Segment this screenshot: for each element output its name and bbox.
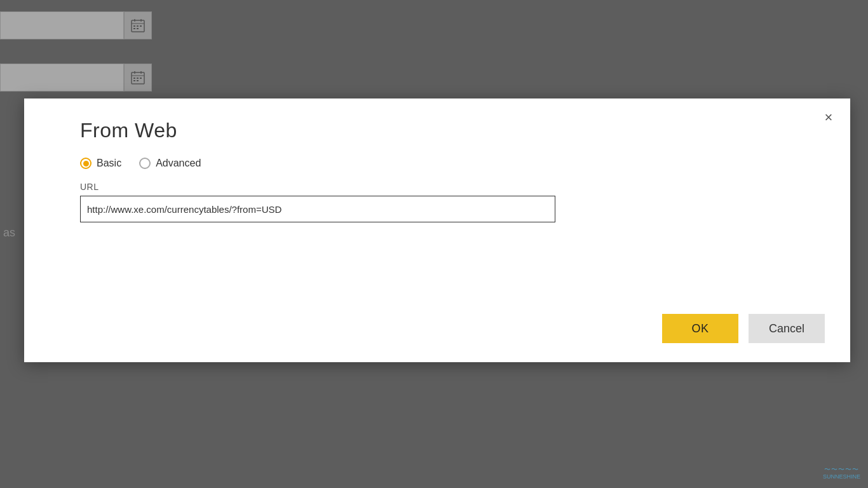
dialog-body: Basic Advanced URL	[24, 142, 850, 222]
dialog-title: From Web	[24, 98, 850, 142]
url-input[interactable]	[80, 196, 555, 222]
watermark-text: SUNNESHINE	[823, 473, 860, 480]
radio-circle-advanced	[139, 158, 151, 169]
radio-group: Basic Advanced	[80, 158, 825, 169]
ok-button[interactable]: OK	[662, 314, 738, 343]
radio-label-advanced: Advanced	[156, 158, 201, 169]
radio-circle-basic	[80, 158, 92, 169]
close-button[interactable]: ×	[820, 109, 837, 126]
radio-advanced[interactable]: Advanced	[139, 158, 201, 169]
cancel-button[interactable]: Cancel	[749, 314, 825, 343]
radio-label-basic: Basic	[97, 158, 121, 169]
dialog-footer: OK Cancel	[662, 314, 825, 343]
url-label: URL	[80, 182, 825, 192]
watermark-logo: 〜〜〜〜〜	[823, 466, 860, 473]
radio-basic[interactable]: Basic	[80, 158, 121, 169]
from-web-dialog: × From Web Basic Advanced URL OK Cancel	[24, 98, 850, 362]
watermark: 〜〜〜〜〜 SUNNESHINE	[823, 466, 860, 480]
